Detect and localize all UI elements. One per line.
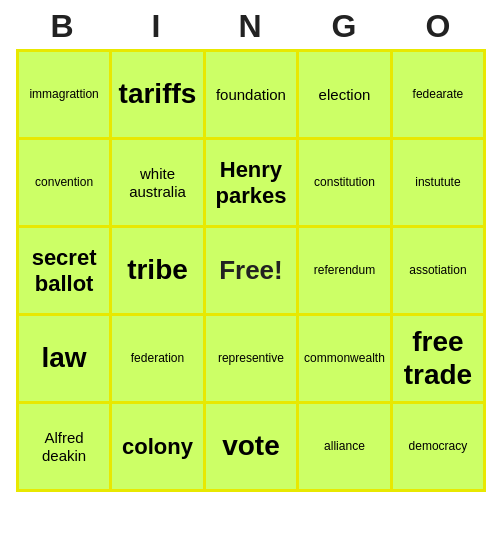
cell-r0-c3: election [298,51,392,139]
cell-r4-c4: democracy [391,403,484,491]
letter-g: G [301,8,389,45]
cell-r1-c1: whiteaustralia [111,139,205,227]
letter-o: O [395,8,483,45]
cell-r3-c4: freetrade [391,315,484,403]
bingo-header: B I N G O [16,0,486,49]
cell-r2-c4: assotiation [391,227,484,315]
cell-r1-c0: convention [18,139,111,227]
letter-n: N [207,8,295,45]
cell-r3-c3: commonwealth [298,315,392,403]
cell-r3-c1: federation [111,315,205,403]
cell-r2-c1: tribe [111,227,205,315]
cell-r2-c2: Free! [204,227,297,315]
cell-r3-c2: representive [204,315,297,403]
letter-i: I [113,8,201,45]
cell-r0-c0: immagrattion [18,51,111,139]
cell-r1-c4: instutute [391,139,484,227]
cell-r4-c1: colony [111,403,205,491]
bingo-grid: immagrattiontariffsfoundationelectionfed… [16,49,486,492]
cell-r2-c0: secretballot [18,227,111,315]
letter-b: B [19,8,107,45]
cell-r1-c2: Henryparkes [204,139,297,227]
cell-r0-c4: fedearate [391,51,484,139]
cell-r0-c1: tariffs [111,51,205,139]
cell-r1-c3: constitution [298,139,392,227]
cell-r4-c3: alliance [298,403,392,491]
cell-r2-c3: referendum [298,227,392,315]
cell-r4-c2: vote [204,403,297,491]
cell-r4-c0: Alfreddeakin [18,403,111,491]
cell-r0-c2: foundation [204,51,297,139]
cell-r3-c0: law [18,315,111,403]
